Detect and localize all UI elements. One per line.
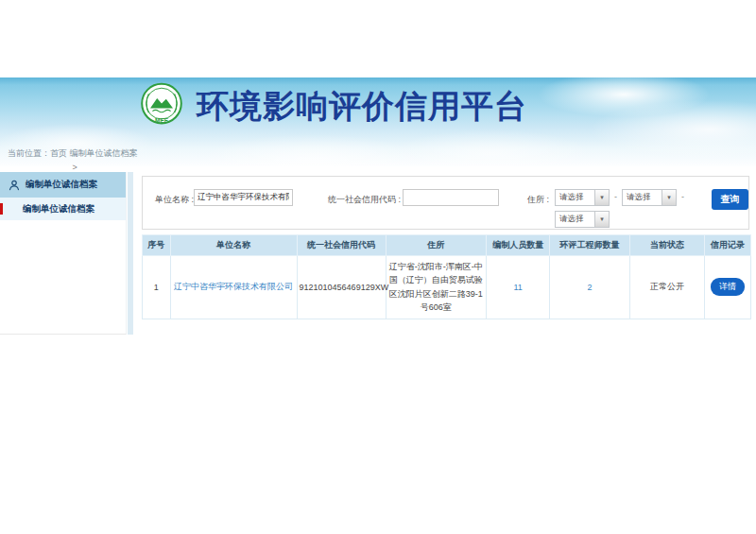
sidebar-item-archive[interactable]: 编制单位诚信档案 <box>0 198 126 220</box>
staff-count-link[interactable]: 11 <box>513 283 522 292</box>
credit-code-label: 统一社会信用代码 : <box>328 194 401 206</box>
sidebar-header: 编制单位诚信档案 <box>0 172 126 198</box>
site-title: 环境影响评价信用平台 <box>197 82 527 129</box>
breadcrumb-prefix: 当前位置： <box>8 148 50 158</box>
dropdown-arrow-icon: ▾ <box>662 190 676 205</box>
cell-address: 辽宁省-沈阳市-浑南区-中国（辽宁）自由贸易试验区沈阳片区创新二路39-1号60… <box>386 256 486 319</box>
col-header-credit-code: 统一社会信用代码 <box>297 235 386 256</box>
address-label: 住所 : <box>527 194 549 206</box>
results-table: 序号 单位名称 统一社会信用代码 住所 编制人员数量 环评工程师数量 当前状态 … <box>142 234 751 319</box>
table-header-row: 序号 单位名称 统一社会信用代码 住所 编制人员数量 环评工程师数量 当前状态 … <box>143 235 751 256</box>
breadcrumb-home-link[interactable]: 首页 <box>50 148 67 158</box>
province-select[interactable]: 请选择 ▾ <box>555 189 610 206</box>
sidebar-header-label: 编制单位诚信档案 <box>26 179 97 191</box>
col-header-index: 序号 <box>143 235 171 256</box>
col-header-staff-count: 编制人员数量 <box>486 235 550 256</box>
col-header-unit-name: 单位名称 <box>170 235 297 256</box>
city-select-value: 请选择 <box>623 192 662 203</box>
sidebar-item-label: 编制单位诚信档案 <box>23 203 94 215</box>
mee-logo-icon: MEE <box>139 82 184 129</box>
page: MEE 环境影响评价信用平台 当前位置：首页 > 编制单位诚信档案 编制单位诚信… <box>0 0 756 534</box>
district-select[interactable]: 请选择 ▾ <box>555 211 610 228</box>
active-marker <box>0 203 3 215</box>
search-panel: 单位名称 : 统一社会信用代码 : 住所 : 请选择 ▾ - 请选择 ▾ - 请… <box>142 176 749 230</box>
engineer-count-link[interactable]: 2 <box>588 283 593 292</box>
select-separator: - <box>614 192 617 201</box>
col-header-engineer-count: 环评工程师数量 <box>550 235 629 256</box>
dropdown-arrow-icon: ▾ <box>594 190 609 205</box>
city-select[interactable]: 请选择 ▾ <box>622 189 677 206</box>
search-button[interactable]: 查询 <box>712 189 748 210</box>
col-header-status: 当前状态 <box>629 235 704 256</box>
breadcrumb: 当前位置：首页 > 编制单位诚信档案 <box>8 147 138 160</box>
province-select-value: 请选择 <box>556 192 594 203</box>
cell-credit-code: 9121010456469129XW <box>297 256 386 319</box>
sidebar: 编制单位诚信档案 编制单位诚信档案 <box>0 172 127 335</box>
breadcrumb-current: 编制单位诚信档案 <box>70 148 138 158</box>
site-header: MEE 环境影响评价信用平台 当前位置：首页 > 编制单位诚信档案 <box>0 78 756 166</box>
brand: MEE 环境影响评价信用平台 <box>139 82 527 129</box>
cell-status: 正常公开 <box>629 256 704 319</box>
col-header-credit-record: 信用记录 <box>705 235 751 256</box>
credit-code-input[interactable] <box>403 189 499 206</box>
svg-text:MEE: MEE <box>155 117 169 124</box>
cell-index: 1 <box>143 256 171 319</box>
district-select-value: 请选择 <box>556 214 594 225</box>
company-name-link[interactable]: 辽宁中咨华宇环保技术有限公司 <box>174 282 293 291</box>
col-header-address: 住所 <box>386 235 486 256</box>
detail-button[interactable]: 详情 <box>711 278 745 296</box>
table-row: 1 辽宁中咨华宇环保技术有限公司 9121010456469129XW 辽宁省-… <box>143 256 751 319</box>
breadcrumb-separator: > <box>73 163 77 172</box>
unit-name-label: 单位名称 : <box>155 194 194 206</box>
user-icon <box>9 180 20 191</box>
sidebar-divider <box>128 172 133 335</box>
select-separator: - <box>681 192 684 201</box>
dropdown-arrow-icon: ▾ <box>594 212 609 227</box>
unit-name-input[interactable] <box>194 189 293 206</box>
